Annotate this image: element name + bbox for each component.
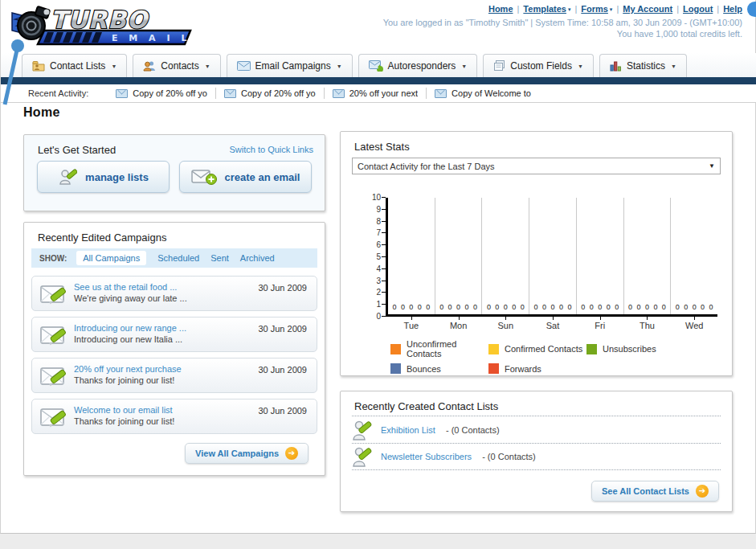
turbo-email-dashboard: TURBO E M A I L Home|Templates ▾|Forms ▾…	[0, 0, 756, 549]
recent-campaigns-panel: Recently Edited Campaigns SHOW: All Camp…	[23, 222, 325, 476]
recent-activity-item-label: Copy of 20% off yo	[241, 88, 316, 98]
help-bubble-icon[interactable]	[747, 2, 756, 17]
legend-label: Forwards	[505, 364, 541, 374]
data-value: 0	[615, 303, 619, 311]
chevron-down-icon: ▼	[111, 64, 116, 69]
arrow-right-icon: ➔	[696, 485, 709, 498]
filter-all-campaigns[interactable]: All Campaigns	[76, 251, 146, 265]
tab-label: Contact Lists	[50, 60, 105, 72]
campaign-row[interactable]: Introducing our new range ...Introducing…	[31, 317, 317, 352]
data-value: 0	[487, 303, 491, 311]
data-value: 0	[628, 303, 632, 311]
tab-label: Email Campaigns	[255, 60, 331, 72]
chevron-down-icon: ▼	[337, 64, 342, 69]
data-value-labels: 00000	[482, 303, 529, 311]
data-value: 0	[551, 303, 555, 311]
x-tick-label: Fri	[577, 321, 623, 330]
data-value: 0	[645, 303, 649, 311]
legend-swatch	[488, 344, 499, 354]
tab-custom-fields[interactable]: Custom Fields▼	[483, 54, 594, 77]
recent-activity-item[interactable]: Copy of Welcome to	[427, 88, 539, 99]
stats-period-dropdown[interactable]: Contact Activity for the Last 7 Days ▼	[352, 158, 721, 174]
create-email-button[interactable]: create an email	[179, 161, 312, 193]
top-link-forms[interactable]: Forms	[581, 4, 608, 14]
chevron-down-icon: ▼	[205, 64, 210, 69]
x-tick-label: Thu	[624, 321, 671, 330]
tab-autoresponders[interactable]: Autoresponders▼	[358, 54, 478, 77]
tab-contact-lists[interactable]: Contact Lists▼	[22, 54, 127, 77]
campaign-row[interactable]: Welcome to our email listThanks for join…	[31, 399, 317, 434]
data-value: 0	[534, 303, 538, 311]
legend-item: Bounces	[390, 363, 488, 374]
chevron-down-icon: ▾	[566, 6, 570, 12]
manage-lists-button[interactable]: manage lists	[37, 161, 170, 193]
x-tick-mark	[647, 317, 648, 320]
recent-activity-label: Recent Activity:	[28, 88, 88, 98]
top-link-home[interactable]: Home	[488, 4, 513, 14]
view-all-campaigns-button[interactable]: View All Campaigns ➔	[185, 443, 309, 464]
nav-link-separator: |	[574, 4, 577, 14]
filter-archived[interactable]: Archived	[240, 253, 275, 263]
envelope-icon	[237, 61, 251, 71]
envelope-pencil-icon	[40, 364, 69, 390]
recent-activity-item[interactable]: 20% off your next	[325, 88, 427, 99]
legend-label: Unconfirmed Contacts	[407, 339, 488, 358]
nav-strip: Contact Lists▼Contacts▼Email Campaigns▼A…	[1, 53, 756, 77]
recent-activity-item[interactable]: Copy of 20% off yo	[108, 88, 216, 99]
contact-list-row[interactable]: Newsletter Subscribers - (0 Contacts)	[352, 443, 721, 470]
tab-contacts[interactable]: Contacts▼	[133, 54, 220, 77]
logo-email-text: E M A I L	[112, 33, 190, 43]
top-link-my-account[interactable]: My Account	[623, 4, 672, 14]
data-value: 0	[636, 303, 640, 311]
people-icon	[143, 60, 156, 72]
tab-label: Custom Fields	[510, 60, 572, 72]
page-title: Home	[23, 105, 60, 120]
data-value: 0	[521, 303, 525, 311]
data-value: 0	[653, 303, 657, 311]
filter-scheduled[interactable]: Scheduled	[157, 253, 199, 263]
logo-graphic: TURBO E M A I L	[7, 2, 200, 48]
bar-chart-icon	[610, 60, 622, 72]
see-all-contact-lists-button[interactable]: See All Contact Lists ➔	[591, 481, 719, 502]
contact-list-row[interactable]: Exhibition List - (0 Contacts)	[352, 416, 721, 443]
envelope-pencil-icon	[40, 323, 69, 349]
chevron-down-icon: ▾	[608, 6, 612, 12]
data-value: 0	[439, 303, 443, 311]
legend-label: Unsubscribes	[603, 344, 656, 354]
campaign-row[interactable]: 20% off your next purchaseThanks for joi…	[31, 358, 317, 393]
data-value: 0	[709, 303, 713, 311]
chevron-down-icon: ▼	[671, 64, 676, 69]
contact-list-link[interactable]: Exhibition List	[381, 425, 435, 435]
campaign-row[interactable]: See us at the retail food ...We're givin…	[31, 276, 317, 311]
data-value: 0	[581, 303, 585, 311]
tab-statistics[interactable]: Statistics▼	[599, 54, 687, 77]
latest-stats-title: Latest Stats	[354, 141, 410, 153]
recent-activity-item-label: 20% off your next	[349, 88, 418, 98]
contact-list-link[interactable]: Newsletter Subscribers	[381, 452, 472, 461]
y-tick-label: 5	[376, 252, 381, 261]
top-link-help[interactable]: Help	[723, 4, 742, 14]
switch-quick-links-link[interactable]: Switch to Quick Links	[229, 145, 313, 154]
data-value: 0	[662, 303, 666, 311]
chart-y-axis: 012345678910	[368, 198, 386, 317]
tab-email-campaigns[interactable]: Email Campaigns▼	[227, 54, 353, 77]
data-value: 0	[392, 303, 396, 311]
top-link-templates[interactable]: Templates	[523, 4, 566, 14]
chevron-down-icon: ▼	[578, 64, 583, 69]
campaign-date: 30 Jun 2009	[258, 365, 307, 375]
y-tick-label: 10	[372, 193, 381, 202]
contact-lists-panel: Recently Created Contact Lists Exhibitio…	[340, 391, 733, 512]
campaign-subtitle: Thanks for joining our list!	[74, 416, 309, 426]
envelope-pencil-icon	[40, 282, 69, 308]
top-link-logout[interactable]: Logout	[683, 4, 713, 14]
data-value: 0	[426, 303, 430, 311]
filter-sent[interactable]: Sent	[210, 253, 229, 263]
x-tick-mark	[600, 317, 601, 320]
legend-item: Forwards	[488, 363, 586, 374]
data-value: 0	[473, 303, 477, 311]
recent-activity-item[interactable]: Copy of 20% off yo	[216, 88, 325, 99]
x-tick-label: Tue	[388, 321, 435, 330]
data-value: 0	[684, 303, 688, 311]
turbo-email-logo: TURBO E M A I L	[7, 2, 200, 48]
nav-link-separator: |	[517, 4, 520, 14]
